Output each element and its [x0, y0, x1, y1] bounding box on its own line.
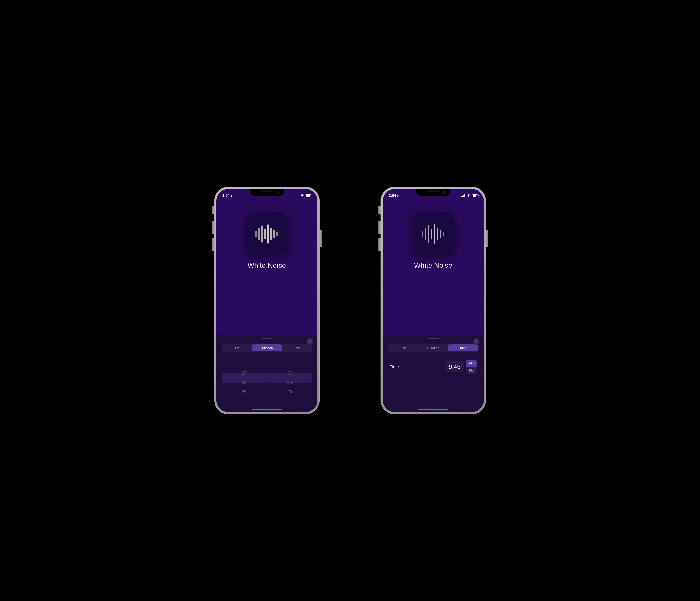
time-display: 9:45 AM PM	[445, 360, 477, 374]
minutes-value: 30	[281, 398, 287, 399]
battery-fill-right	[473, 195, 476, 197]
svg-rect-12	[433, 224, 435, 244]
bottom-sheet-right: ✕ Off Duration Time Time 9:45	[383, 335, 484, 412]
segmented-control-left: Off Duration Time	[222, 344, 312, 352]
app-name-left: White Noise	[248, 261, 286, 269]
status-icons-right	[461, 194, 478, 198]
vol-down-right	[378, 238, 381, 251]
home-indicator-right	[418, 409, 448, 410]
am-btn[interactable]: AM	[466, 360, 477, 367]
camera-right	[443, 191, 446, 193]
app-content-right: White Noise ✕ Off Duration Time	[383, 200, 484, 412]
sheet-handle-left	[261, 338, 272, 339]
phone-left: 3:04 ➤	[214, 187, 320, 414]
app-content-left: White Noise ✕ Off Duration Time	[217, 200, 317, 412]
wifi-icon-right	[467, 194, 471, 198]
picker-item: 28	[267, 378, 312, 387]
signal-icon-left	[295, 194, 298, 197]
signal-bar-1	[295, 196, 295, 197]
picker-item: 27	[267, 368, 312, 378]
time-value-display[interactable]: 9:45	[445, 361, 464, 372]
wifi-icon-left	[300, 194, 304, 198]
time-label: Time	[390, 364, 399, 369]
status-icons-left	[295, 194, 311, 198]
signal-bar-2	[296, 195, 296, 197]
seg-time-right[interactable]: Time	[448, 344, 478, 351]
notch-right	[416, 189, 450, 196]
signal-icon-right	[461, 194, 465, 197]
svg-rect-9	[425, 228, 426, 240]
sheet-handle-right	[428, 338, 439, 339]
power-btn-right	[486, 230, 489, 247]
close-x-icon-right: ✕	[475, 340, 478, 343]
signal-bar-r2	[462, 195, 463, 197]
time-row: Time 9:45 AM PM	[388, 356, 479, 377]
picker-item: 29	[267, 387, 312, 397]
phone-right: 3:04 ➤	[381, 187, 486, 414]
nav-arrow-right: ➤	[397, 194, 399, 198]
waveform-icon-right	[419, 223, 447, 245]
phone-screen-left: 3:04 ➤	[217, 189, 317, 412]
silent-switch-right	[378, 206, 381, 214]
notch-left	[250, 189, 284, 196]
picker-item: 28	[222, 378, 267, 387]
camera-left	[277, 191, 279, 193]
time-text-left: 3:04	[222, 193, 230, 198]
svg-rect-8	[422, 231, 423, 237]
svg-rect-2	[261, 226, 263, 242]
signal-bar-r4	[464, 194, 465, 197]
svg-rect-5	[270, 228, 272, 240]
silent-switch-left	[212, 206, 214, 214]
svg-rect-7	[276, 232, 278, 236]
svg-rect-11	[430, 229, 432, 239]
hours-label: hours	[240, 398, 253, 399]
pm-btn[interactable]: PM	[466, 367, 477, 374]
svg-rect-13	[436, 228, 438, 240]
hours-column-left[interactable]: 27 28 29 0 hours 1 2 3	[222, 356, 267, 399]
picker-selected-hours: 0 hours	[222, 397, 267, 399]
bottom-sheet-left: ✕ Off Duration Time 27	[217, 335, 317, 412]
minutes-column-left[interactable]: 27 28 29 30 min 31 32 33	[267, 356, 312, 399]
seg-off-right[interactable]: Off	[389, 344, 419, 351]
signal-bar-r1	[461, 196, 462, 197]
time-text-right: 3:04	[389, 193, 396, 198]
vol-down-left	[212, 238, 214, 251]
minutes-label: min	[289, 398, 297, 399]
close-btn-right[interactable]: ✕	[473, 338, 479, 345]
picker-item: 27	[222, 368, 267, 378]
waveform-icon-left	[253, 223, 281, 245]
svg-rect-4	[267, 224, 269, 244]
seg-duration-left[interactable]: Duration	[252, 344, 282, 351]
svg-rect-1	[258, 228, 260, 240]
status-time-left: 3:04 ➤	[222, 193, 233, 198]
phone-screen-right: 3:04 ➤	[383, 189, 484, 412]
seg-off-left[interactable]: Off	[222, 344, 252, 351]
close-btn-left[interactable]: ✕	[307, 338, 313, 345]
vol-up-left	[212, 221, 214, 234]
home-indicator-left	[252, 409, 282, 410]
app-name-right: White Noise	[414, 261, 452, 269]
speaker-left	[260, 190, 273, 192]
battery-icon-right	[472, 194, 478, 197]
svg-rect-15	[443, 232, 444, 236]
signal-bar-3	[297, 195, 297, 197]
app-icon-left	[245, 212, 289, 255]
signal-bar-4	[298, 194, 298, 197]
hours-value: 0	[235, 398, 238, 399]
seg-duration-right[interactable]: Duration	[418, 344, 448, 351]
scene: 3:04 ➤	[175, 150, 525, 451]
speaker-right	[427, 190, 440, 192]
close-x-icon-left: ✕	[308, 340, 311, 343]
vol-up-right	[378, 221, 381, 234]
signal-bar-r3	[463, 195, 464, 197]
svg-rect-10	[427, 226, 429, 242]
picker-item: 29	[222, 387, 267, 397]
svg-rect-3	[264, 229, 266, 239]
svg-rect-0	[255, 231, 257, 237]
picker-container-left: 27 28 29 0 hours 1 2 3	[222, 356, 312, 399]
picker-selected-minutes: 30 min	[267, 397, 312, 399]
seg-time-left[interactable]: Time	[282, 344, 311, 351]
segmented-control-right: Off Duration Time	[388, 344, 479, 352]
battery-icon-left	[306, 194, 311, 197]
nav-arrow-left: ➤	[231, 194, 233, 198]
